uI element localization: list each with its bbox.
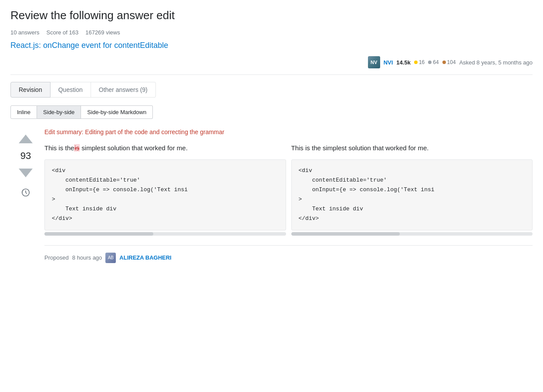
diff-text-new: This is the simplest solution that worke…: [291, 143, 533, 153]
scrollbar-thumb-new: [291, 232, 400, 236]
bronze-count: 104: [447, 59, 456, 65]
diff-text-after: simplest solution that worked for me.: [80, 144, 188, 152]
silver-badge: 64: [428, 59, 438, 65]
code-block-old[interactable]: <div contentEditable='true' onInput={e =…: [44, 159, 286, 230]
vote-column: 93: [10, 128, 41, 263]
vote-up-button[interactable]: [18, 132, 34, 148]
meta-bar: 10 answers Score of 163 167269 views: [10, 29, 533, 36]
gold-badge: 16: [414, 59, 425, 65]
vote-count: 93: [20, 150, 31, 162]
gold-count: 16: [419, 59, 425, 65]
bronze-badge-dot: [442, 61, 446, 64]
username[interactable]: NVI: [384, 59, 393, 66]
main-tabs: Revision Question Other answers (9): [10, 82, 533, 98]
view-tab-inline[interactable]: Inline: [10, 105, 37, 119]
avatar: NV: [368, 56, 380, 68]
vote-down-button[interactable]: [18, 164, 34, 180]
silver-count: 64: [433, 59, 438, 65]
diff-col-new: This is the simplest solution that worke…: [291, 143, 533, 236]
question-link[interactable]: React.js: onChange event for contentEdit…: [10, 41, 533, 50]
score-label: Score of 163: [46, 29, 78, 36]
view-tab-side-by-side[interactable]: Side-by-side: [37, 105, 81, 119]
scrollbar-old[interactable]: [44, 232, 286, 236]
code-block-wrapper-new: <div contentEditable='true' onInput={e =…: [291, 159, 533, 236]
diff-col-old: This is theis simplest solution that wor…: [44, 143, 286, 236]
diff-container: This is theis simplest solution that wor…: [44, 143, 533, 236]
gold-badge-dot: [414, 61, 418, 64]
scrollbar-thumb-old: [44, 232, 153, 236]
proposer-avatar: AB: [105, 253, 116, 263]
bronze-badge: 104: [442, 59, 456, 65]
code-block-new[interactable]: <div contentEditable='true' onInput={e =…: [291, 159, 533, 230]
proposed-bar: Proposed 8 hours ago AB ALIREZA BAGHERI: [44, 245, 533, 263]
view-tab-side-by-side-markdown[interactable]: Side-by-side Markdown: [81, 105, 153, 119]
silver-badge-dot: [428, 61, 432, 64]
review-body: 93 Edit summary: Editing part of the cod…: [10, 128, 533, 263]
asked-date: Asked 8 years, 5 months ago: [459, 59, 533, 66]
tab-revision[interactable]: Revision: [10, 82, 51, 98]
view-tabs: Inline Side-by-side Side-by-side Markdow…: [10, 105, 533, 119]
diff-deleted: is: [74, 144, 80, 152]
diff-text-before: This is the: [44, 144, 74, 152]
tab-question[interactable]: Question: [51, 82, 91, 98]
proposed-time: 8 hours ago: [72, 254, 102, 261]
proposer-name[interactable]: ALIREZA BAGHERI: [119, 254, 171, 261]
views-label: 167269 views: [85, 29, 120, 36]
reputation: 14.5k: [396, 59, 411, 66]
tab-other-answers[interactable]: Other answers (9): [91, 82, 156, 98]
edit-content: Edit summary: Editing part of the code a…: [41, 128, 533, 263]
proposed-label: Proposed: [44, 254, 69, 261]
diff-text-old: This is theis simplest solution that wor…: [44, 143, 286, 153]
user-bar: NV NVI 14.5k 16 64 104 Asked 8 years, 5 …: [10, 56, 533, 75]
page-title: Review the following answer edit: [10, 9, 533, 22]
edit-summary: Edit summary: Editing part of the code a…: [44, 128, 533, 137]
history-icon[interactable]: [21, 188, 30, 197]
answers-count: 10 answers: [10, 29, 39, 36]
scrollbar-new[interactable]: [291, 232, 533, 236]
code-block-wrapper-old: <div contentEditable='true' onInput={e =…: [44, 159, 286, 236]
